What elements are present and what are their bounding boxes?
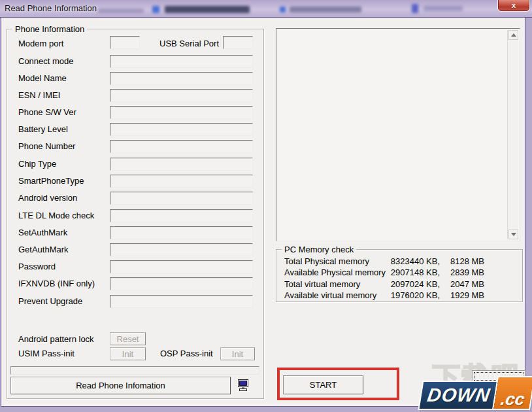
memory-mb-value: 1929 MB [441, 290, 484, 300]
osp-pass-init-label: OSP Pass-init [160, 349, 213, 358]
read-phone-information-button[interactable]: Read Phone Infomation [10, 377, 231, 394]
progress-bar [10, 366, 259, 375]
background-tab-text-blur [424, 6, 463, 11]
field-label: Prevent Upgrade [18, 296, 82, 306]
phone-information-group-title: Phone Information [12, 24, 87, 34]
memory-row: Total virtual memory 2097024 KB, 2047 MB [276, 279, 522, 290]
field-label: SetAuthMark [18, 228, 67, 237]
field-label: Battery Level [18, 124, 68, 134]
usb-serial-port-input[interactable] [223, 36, 253, 49]
memory-label: Total virtual memory [284, 279, 360, 289]
logo-cc-part: .cc [493, 377, 532, 409]
memory-row: Total Physical memory 8323440 KB, 8128 M… [276, 256, 522, 267]
read-phone-information-dialog: Read Phone Information x Phone Informati… [0, 0, 532, 412]
modem-port-input[interactable] [110, 36, 140, 49]
smartphone-type-input[interactable] [110, 175, 253, 188]
scroll-up-button[interactable] [508, 30, 518, 40]
chip-type-input[interactable] [110, 158, 253, 171]
background-tab-text-blur [165, 6, 250, 13]
phone-number-input[interactable] [110, 140, 253, 153]
scroll-down-icon [511, 233, 516, 236]
field-label: GetAuthMark [18, 245, 69, 254]
connect-mode-input[interactable] [110, 55, 253, 68]
log-listbox[interactable] [276, 28, 520, 241]
background-tab-icon-blur [280, 7, 286, 12]
usim-pass-init-label: USIM Pass-init [18, 349, 75, 358]
window-title: Read Phone Information [5, 3, 97, 13]
memory-kb-value: 1976020 KB, [361, 290, 440, 300]
password-input[interactable] [110, 260, 253, 273]
field-label: LTE DL Mode check [18, 211, 94, 220]
modem-port-label: Modem port [18, 39, 63, 48]
memory-mb-value: 8128 MB [441, 256, 484, 266]
field-label: Android version [18, 193, 77, 203]
background-tab-text-blur [290, 7, 361, 12]
scroll-up-icon [511, 33, 516, 37]
pc-memory-check-title: PC Memory check [282, 245, 356, 254]
field-label: Chip Type [18, 159, 56, 169]
close-icon: x [512, 1, 516, 9]
field-label: IFXNVDB (INF only) [18, 279, 95, 288]
start-button[interactable]: START [283, 375, 363, 394]
model-name-input[interactable] [110, 72, 253, 85]
down-cc-watermark-logo: DOWN .cc [419, 376, 532, 409]
field-label: Password [18, 262, 56, 271]
background-tab-icon-blur [152, 6, 159, 13]
getauthmark-input[interactable] [110, 243, 253, 256]
title-bar: Read Phone Information x [0, 0, 532, 18]
memory-row: Available Physical memory 2907148 KB, 28… [276, 267, 522, 278]
usim-init-button[interactable]: Init [110, 347, 146, 360]
field-label: Connect mode [18, 56, 74, 66]
logo-down-part: DOWN [420, 382, 498, 409]
memory-kb-value: 2097024 KB, [361, 279, 440, 289]
setauthmark-input[interactable] [110, 226, 253, 239]
memory-mb-value: 2047 MB [441, 279, 484, 289]
android-pattern-lock-label: Android pattern lock [18, 334, 94, 344]
background-window-blur [98, 9, 144, 13]
memory-kb-value: 8323440 KB, [361, 256, 440, 266]
field-label: SmartPhoneType [18, 176, 84, 186]
field-label: Phone S/W Ver [18, 107, 76, 117]
reset-button[interactable]: Reset [110, 332, 146, 345]
lte-dl-mode-input[interactable] [110, 209, 253, 222]
computer-icon [237, 379, 250, 392]
memory-row: Available virtual memory 1976020 KB, 192… [276, 290, 522, 301]
background-tab-icon-blur [412, 4, 418, 13]
osp-init-button[interactable]: Init [220, 347, 255, 360]
close-button[interactable]: x [498, 0, 529, 11]
memory-kb-value: 2907148 KB, [361, 267, 440, 277]
memory-mb-value: 2839 MB [441, 267, 484, 277]
phone-sw-ver-input[interactable] [110, 106, 253, 119]
esn-imei-input[interactable] [110, 89, 253, 102]
battery-level-input[interactable] [110, 123, 253, 136]
pc-memory-check-group: PC Memory check Total Physical memory 83… [276, 249, 523, 302]
scroll-down-button[interactable] [508, 230, 518, 239]
prevent-upgrade-input[interactable] [110, 295, 253, 308]
memory-label: Total Physical memory [284, 256, 369, 266]
field-label: Model Name [18, 73, 67, 83]
usb-serial-port-label: USB Serial Port [159, 39, 219, 48]
log-scrollbar[interactable] [507, 30, 518, 239]
field-label: ESN / IMEI [18, 90, 60, 100]
field-label: Phone Number [18, 141, 75, 151]
android-version-input[interactable] [110, 192, 253, 205]
ifxnvdb-input[interactable] [110, 277, 253, 290]
